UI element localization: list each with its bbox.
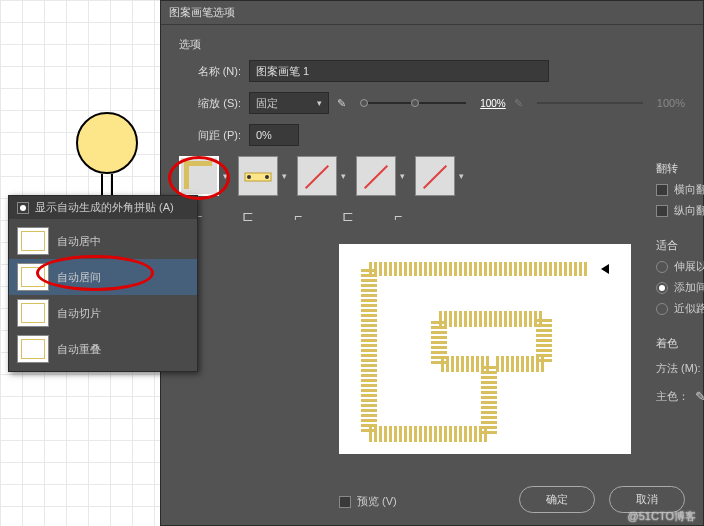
tile-layout-icons: ⌐ ⊏ ⌐ ⊏ ⌐ — [187, 206, 685, 226]
flip-vertical-label: 纵向翻转 (C) — [674, 203, 704, 218]
scale-value[interactable]: 100% — [480, 98, 506, 109]
name-label: 名称 (N): — [179, 64, 241, 79]
scale-slider[interactable] — [360, 102, 466, 104]
pen-icon: ✎ — [514, 97, 523, 110]
list-item-label: 自动重叠 — [57, 342, 101, 357]
dialog-title: 图案画笔选项 — [161, 1, 703, 25]
list-item-label: 自动切片 — [57, 306, 101, 321]
end-tile[interactable] — [415, 156, 455, 196]
spacing-field[interactable] — [249, 124, 299, 146]
corner-layout-icon[interactable]: ⌐ — [387, 206, 409, 226]
preview-checkbox[interactable] — [339, 496, 351, 508]
flip-section-title: 翻转 — [656, 161, 704, 176]
flip-horizontal-checkbox[interactable] — [656, 184, 668, 196]
scale-slider-2 — [537, 102, 643, 104]
tile-swatches: ▾ ▾ ▾ ▾ ▾ — [179, 156, 685, 196]
popup-header-label: 显示自动生成的外角拼贴 (A) — [35, 200, 174, 215]
fit-section-title: 适合 — [656, 238, 704, 253]
color-method-label: 方法 (M): — [656, 361, 701, 376]
ok-button[interactable]: 确定 — [519, 486, 595, 513]
flip-vertical-checkbox[interactable] — [656, 205, 668, 217]
scale-mode-select[interactable]: 固定▾ — [249, 92, 329, 114]
main-color-label: 主色： — [656, 389, 689, 404]
chevron-down-icon[interactable]: ▾ — [459, 171, 464, 181]
corner-thumb-icon — [17, 299, 49, 327]
pen-icon: ✎ — [337, 97, 346, 110]
pattern-brush-options-dialog: 图案画笔选项 选项 名称 (N): 缩放 (S): 固定▾ ✎ 100% ✎ 1… — [160, 0, 704, 526]
fit-stretch-label: 伸展以适合 (T) — [674, 259, 704, 274]
chevron-down-icon: ▾ — [317, 98, 322, 108]
canvas-shape-circle — [76, 112, 138, 174]
brush-preview — [339, 244, 631, 454]
list-item-label: 自动居间 — [57, 270, 101, 285]
corner-thumb-icon — [17, 227, 49, 255]
preview-label: 预览 (V) — [357, 494, 397, 509]
scale-value-dim: 100% — [657, 97, 685, 109]
corner-thumb-icon — [17, 335, 49, 363]
popup-item-auto-slice[interactable]: 自动切片 — [9, 295, 197, 331]
edge-layout-icon[interactable]: ⊏ — [237, 206, 259, 226]
fit-stretch-radio[interactable] — [656, 261, 668, 273]
inner-corner-tile[interactable] — [297, 156, 337, 196]
start-tile[interactable] — [356, 156, 396, 196]
edge-layout-icon[interactable]: ⊏ — [337, 206, 359, 226]
corner-tile-popup: 显示自动生成的外角拼贴 (A) 自动居中 自动居间 自动切片 自动重叠 — [8, 195, 198, 372]
fit-approx-label: 近似路径 (R) — [674, 301, 704, 316]
popup-item-auto-between[interactable]: 自动居间 — [9, 259, 197, 295]
chevron-down-icon[interactable]: ▾ — [400, 171, 405, 181]
fit-approx-radio[interactable] — [656, 303, 668, 315]
corner-thumb-icon — [17, 263, 49, 291]
name-field[interactable] — [249, 60, 549, 82]
svg-point-1 — [247, 175, 251, 179]
chevron-down-icon[interactable]: ▾ — [223, 171, 228, 181]
color-section-title: 着色 — [656, 336, 704, 351]
popup-item-auto-overlap[interactable]: 自动重叠 — [9, 331, 197, 367]
watermark: @51CTO博客 — [628, 509, 696, 524]
fit-addspace-label: 添加间距以适合 (A) — [674, 280, 704, 295]
side-tile[interactable] — [238, 156, 278, 196]
show-auto-corner-checkbox[interactable] — [17, 202, 29, 214]
chevron-down-icon[interactable]: ▾ — [282, 171, 287, 181]
popup-item-auto-center[interactable]: 自动居中 — [9, 223, 197, 259]
options-group-label: 选项 — [179, 37, 685, 52]
spacing-label: 间距 (P): — [179, 128, 241, 143]
outer-corner-tile[interactable] — [179, 156, 219, 196]
corner-layout-icon[interactable]: ⌐ — [287, 206, 309, 226]
svg-point-2 — [265, 175, 269, 179]
list-item-label: 自动居中 — [57, 234, 101, 249]
flip-horizontal-label: 横向翻转 (F) — [674, 182, 704, 197]
fit-addspace-radio[interactable] — [656, 282, 668, 294]
scale-label: 缩放 (S): — [179, 96, 241, 111]
chevron-down-icon[interactable]: ▾ — [341, 171, 346, 181]
eyedropper-icon[interactable]: ✎ — [695, 389, 704, 404]
